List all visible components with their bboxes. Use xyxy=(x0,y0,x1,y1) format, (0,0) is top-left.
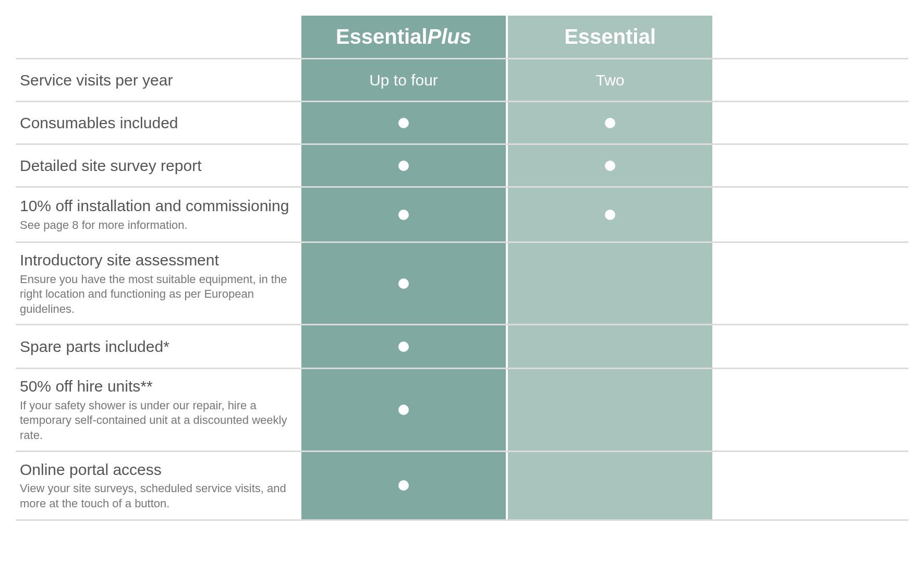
table-row: 10% off installation and commissioning S… xyxy=(16,188,908,243)
plan-header-essential-label: Essential xyxy=(564,25,656,48)
feature-basic-cell xyxy=(508,243,712,324)
included-dot-icon xyxy=(398,118,409,128)
comparison-table: EssentialPlus Essential Service visits p… xyxy=(16,16,908,521)
feature-title: Introductory site assessment xyxy=(20,250,297,270)
feature-label-cell: Online portal access View your site surv… xyxy=(16,452,301,519)
feature-title: 10% off installation and commissioning xyxy=(20,196,297,216)
feature-label-cell: 10% off installation and commissioning S… xyxy=(16,188,301,241)
feature-title: Detailed site survey report xyxy=(20,156,297,176)
feature-basic-cell xyxy=(508,369,712,450)
included-dot-icon xyxy=(398,342,409,352)
feature-basic-value: Two xyxy=(595,71,624,89)
feature-plus-cell xyxy=(301,369,506,450)
included-dot-icon xyxy=(398,278,409,289)
included-dot-icon xyxy=(398,405,409,415)
table-row: Consumables included xyxy=(16,102,908,145)
feature-label-cell: Consumables included xyxy=(16,102,301,143)
included-dot-icon xyxy=(398,480,409,491)
feature-basic-cell xyxy=(508,102,712,143)
feature-label-cell: Service visits per year xyxy=(16,59,301,101)
feature-label-cell: Spare parts included* xyxy=(16,325,301,368)
included-dot-icon xyxy=(605,118,615,128)
feature-plus-cell: Up to four xyxy=(301,59,506,101)
feature-plus-cell xyxy=(301,188,506,241)
feature-basic-cell xyxy=(508,452,712,519)
feature-label-cell: Detailed site survey report xyxy=(16,145,301,186)
feature-plus-cell xyxy=(301,243,506,324)
feature-plus-cell xyxy=(301,452,506,519)
feature-subtitle: If your safety shower is under our repai… xyxy=(20,398,291,443)
plan-header-essential: Essential xyxy=(508,16,712,58)
included-dot-icon xyxy=(398,161,409,171)
feature-plus-cell xyxy=(301,102,506,143)
feature-subtitle: View your site surveys, scheduled servic… xyxy=(20,481,291,511)
feature-label-cell: Introductory site assessment Ensure you … xyxy=(16,243,301,324)
feature-title: Consumables included xyxy=(20,113,297,133)
feature-title: 50% off hire units** xyxy=(20,376,297,396)
plan-plus-suffix: Plus xyxy=(428,25,471,48)
feature-plus-value: Up to four xyxy=(369,71,438,89)
included-dot-icon xyxy=(605,210,615,220)
feature-basic-cell xyxy=(508,145,712,186)
table-row: 50% off hire units** If your safety show… xyxy=(16,369,908,452)
table-row: Spare parts included* xyxy=(16,325,908,369)
table-row: Introductory site assessment Ensure you … xyxy=(16,243,908,325)
plan-header-essentialplus: EssentialPlus xyxy=(301,16,506,58)
feature-title: Spare parts included* xyxy=(20,337,297,357)
header-empty-cell xyxy=(16,16,301,58)
feature-label-cell: 50% off hire units** If your safety show… xyxy=(16,369,301,450)
feature-basic-cell: Two xyxy=(508,59,712,101)
plan-plus-prefix: Essential xyxy=(336,25,428,48)
plan-header-essentialplus-label: EssentialPlus xyxy=(336,25,471,48)
table-row: Service visits per year Up to four Two xyxy=(16,59,908,102)
included-dot-icon xyxy=(398,210,409,220)
table-row: Detailed site survey report xyxy=(16,145,908,188)
feature-title: Online portal access xyxy=(20,460,297,480)
table-row: Online portal access View your site surv… xyxy=(16,452,908,521)
feature-title: Service visits per year xyxy=(20,70,297,90)
table-header-row: EssentialPlus Essential xyxy=(16,16,908,59)
feature-basic-cell xyxy=(508,325,712,368)
feature-subtitle: See page 8 for more information. xyxy=(20,218,291,233)
feature-subtitle: Ensure you have the most suitable equipm… xyxy=(20,272,291,317)
feature-plus-cell xyxy=(301,325,506,368)
feature-basic-cell xyxy=(508,188,712,241)
included-dot-icon xyxy=(605,161,615,171)
feature-plus-cell xyxy=(301,145,506,186)
